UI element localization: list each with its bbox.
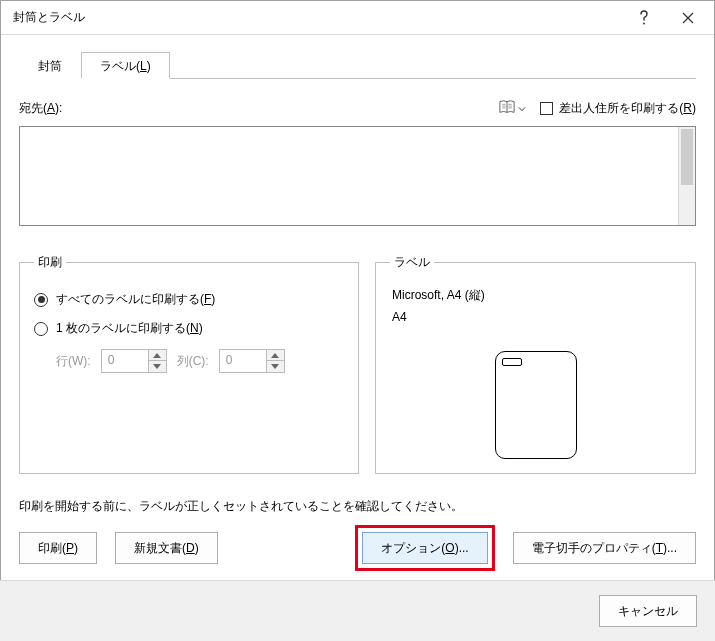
address-input-text [20, 127, 677, 225]
radio-print-single-label: 1 枚のラベルに印刷する(N) [56, 320, 203, 337]
options-button[interactable]: オプション(O)... [362, 532, 487, 564]
close-button[interactable] [666, 3, 710, 33]
label-legend: ラベル [390, 254, 434, 271]
label-detail: A4 [392, 310, 679, 324]
tab-envelopes-label: 封筒 [38, 59, 62, 73]
radio-print-single[interactable]: 1 枚のラベルに印刷する(N) [34, 320, 344, 337]
dialog-title: 封筒とラベル [13, 9, 622, 26]
print-legend: 印刷 [34, 254, 66, 271]
epostage-button[interactable]: 電子切手のプロパティ(T)... [513, 532, 696, 564]
new-document-button[interactable]: 新規文書(D) [115, 532, 218, 564]
row-spin-down[interactable] [149, 361, 167, 373]
row-label: 行(W): [56, 353, 91, 370]
col-spinner-value: 0 [219, 349, 267, 373]
row-spinner-value: 0 [101, 349, 149, 373]
cancel-button[interactable]: キャンセル [599, 595, 697, 627]
row-spin-up[interactable] [149, 349, 167, 361]
col-spin-up[interactable] [267, 349, 285, 361]
print-fieldset: 印刷 すべてのラベルに印刷する(F) 1 枚のラベルに印刷する(N) 行(W):… [19, 254, 359, 474]
tab-labels-label: ラベル(L) [100, 59, 151, 73]
tab-envelopes[interactable]: 封筒 [19, 52, 81, 79]
radio-icon-unselected [34, 322, 48, 336]
address-book-dropdown[interactable] [494, 97, 530, 120]
col-label: 列(C): [177, 353, 209, 370]
radio-icon-selected [34, 293, 48, 307]
chevron-down-icon [518, 102, 526, 116]
return-address-checkbox[interactable]: 差出人住所を印刷する(R) [540, 100, 696, 117]
print-button[interactable]: 印刷(P) [19, 532, 97, 564]
tab-strip: 封筒 ラベル(L) [19, 51, 696, 79]
col-spinner[interactable]: 0 [219, 349, 285, 373]
label-fieldset[interactable]: ラベル Microsoft, A4 (縦) A4 [375, 254, 696, 474]
address-input[interactable] [19, 126, 696, 226]
tab-labels[interactable]: ラベル(L) [81, 52, 170, 79]
options-highlight: オプション(O)... [355, 525, 494, 571]
return-address-label: 差出人住所を印刷する(R) [559, 100, 696, 117]
svg-point-0 [643, 22, 645, 24]
dialog-footer: キャンセル [0, 580, 715, 641]
dialog-content: 封筒 ラベル(L) 宛先(A): [1, 35, 714, 581]
button-row: 印刷(P) 新規文書(D) オプション(O)... 電子切手のプロパティ(T).… [19, 525, 696, 571]
label-vendor-product: Microsoft, A4 (縦) [392, 287, 679, 304]
help-button[interactable] [622, 3, 666, 33]
address-book-icon [498, 99, 516, 118]
address-scrollbar[interactable] [678, 127, 695, 225]
col-spin-down[interactable] [267, 361, 285, 373]
radio-print-all-label: すべてのラベルに印刷する(F) [56, 291, 215, 308]
row-spinner[interactable]: 0 [101, 349, 167, 373]
titlebar: 封筒とラベル [1, 1, 714, 35]
checkbox-icon [540, 102, 553, 115]
radio-print-all[interactable]: すべてのラベルに印刷する(F) [34, 291, 344, 308]
address-label: 宛先(A): [19, 100, 62, 117]
scrollbar-thumb[interactable] [681, 129, 693, 185]
address-row: 宛先(A): [19, 97, 696, 120]
instruction-text: 印刷を開始する前に、ラベルが正しくセットされていることを確認してください。 [19, 498, 696, 515]
label-preview-icon [495, 351, 577, 459]
